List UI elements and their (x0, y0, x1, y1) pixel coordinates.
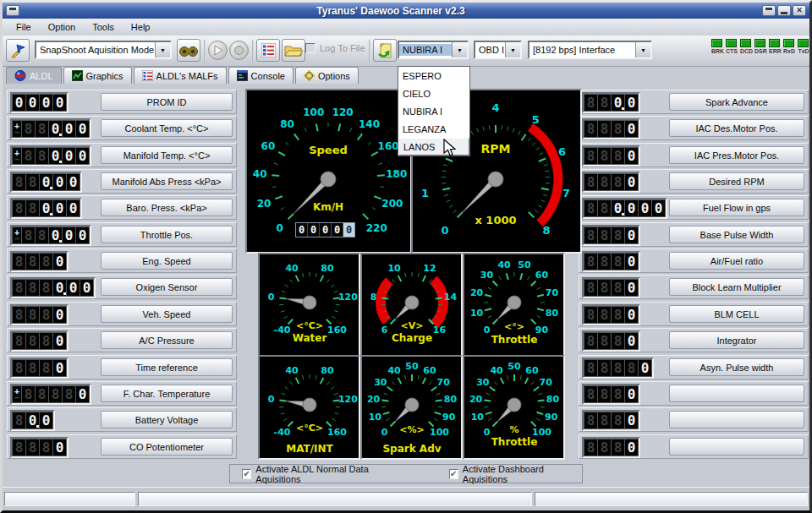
digit-off: 8 (584, 360, 597, 376)
malf-list-button[interactable] (256, 39, 280, 62)
tab-graphics[interactable]: Graphics (63, 67, 132, 84)
led-indicator (711, 39, 722, 47)
connect-button[interactable] (6, 39, 30, 62)
log-to-file-checkbox[interactable]: ✔ Log To File (305, 43, 365, 53)
param-label-button[interactable]: CO Potentiometer (101, 438, 233, 456)
digit-off: 8 (22, 148, 35, 164)
digit-off: 8 (612, 121, 624, 137)
param-label-button[interactable]: Block Learn Multiplier (669, 278, 804, 296)
tab-options[interactable]: Options (295, 67, 359, 84)
param-label-button[interactable]: Baro. Press. <kPa> (101, 199, 233, 216)
svg-text:50: 50 (508, 361, 521, 372)
digit-off: 8 (612, 386, 624, 402)
seven-segment-display: +−88000 (10, 118, 91, 139)
param-label-button[interactable]: Spark Advance (669, 93, 804, 111)
digit-on: 0 (76, 227, 89, 243)
digit-on: 0 (26, 95, 39, 111)
digit-off: 8 (13, 174, 25, 190)
param-label-button[interactable]: Manifold Abs Press <kPa> (101, 172, 233, 190)
param-label-button[interactable]: Eng. Speed (101, 252, 233, 270)
minimize-icon (781, 12, 787, 14)
digit-off: 8 (598, 360, 611, 376)
param-label-button[interactable] (669, 411, 804, 428)
chevron-down-icon[interactable]: ▼ (635, 42, 650, 57)
digit-off: 8 (598, 227, 611, 243)
param-label-button[interactable]: Integrator (669, 331, 804, 349)
svg-text:120: 120 (338, 292, 358, 303)
seven-segment-display: 8880 (10, 437, 69, 458)
param-label-button[interactable]: BLM CELL (669, 305, 804, 323)
car-combo[interactable]: NUBIRA I ▼ (398, 41, 469, 59)
car-option-espero[interactable]: ESPERO (398, 67, 469, 85)
menu-option[interactable]: Option (40, 19, 84, 35)
svg-text:40: 40 (497, 259, 511, 270)
titlebar[interactable]: Tyranus' Daewoo Scanner v2.3 ✕ (3, 3, 809, 19)
minimize-button[interactable] (777, 5, 791, 16)
svg-text:-40: -40 (274, 427, 291, 438)
parameter-row: 8880 (579, 407, 809, 432)
play-button[interactable] (208, 41, 228, 60)
stop-button[interactable] (229, 41, 249, 60)
svg-text:<V>: <V> (401, 320, 424, 331)
odometer-digit: 0 (308, 223, 320, 237)
menu-help[interactable]: Help (123, 19, 159, 35)
close-button[interactable]: ✕ (793, 5, 806, 16)
param-label-button[interactable]: Base Pulse Width (669, 226, 804, 243)
obd-combo[interactable]: OBD I ▼ (474, 41, 522, 59)
param-label-button[interactable]: A/C Pressure (101, 331, 233, 349)
param-label-button[interactable]: IAC Pres.Motor Pos. (669, 146, 804, 164)
system-menu-button[interactable] (6, 5, 19, 16)
menu-file[interactable]: File (8, 19, 40, 35)
param-label-button[interactable]: Veh. Speed (101, 305, 233, 323)
car-option-lanos[interactable]: LANOS (398, 138, 469, 156)
param-label-button[interactable]: IAC Des.Motor Pos. (669, 119, 804, 137)
digit-off: 8 (40, 439, 52, 456)
param-label-button[interactable]: PROM ID (101, 93, 233, 111)
digit-off: 8 (36, 227, 48, 243)
param-label-button[interactable]: Air/Fuel ratio (669, 252, 804, 270)
svg-text:0: 0 (441, 224, 448, 237)
car-option-nubira-i[interactable]: NUBIRA I (398, 102, 469, 120)
seven-segment-display: 8880 (582, 384, 640, 405)
decimal-point (63, 292, 66, 295)
activate-aldl-checkbox[interactable]: ✔ Activate ALDL Normal Data Aquisitions (242, 464, 405, 484)
param-label-button[interactable] (669, 438, 804, 456)
param-label-button[interactable]: Throttle Pos. (101, 226, 233, 243)
tab-aldl[interactable]: ALDL (6, 67, 62, 84)
param-label-button[interactable]: F. Char. Temperature (101, 385, 233, 402)
search-button[interactable] (177, 39, 200, 62)
statusbar (3, 487, 809, 510)
param-label-button[interactable]: Oxigen Sensor (101, 278, 233, 296)
odometer-digit: 0 (332, 223, 343, 237)
digit-off: 8 (612, 227, 624, 243)
param-label-button[interactable]: Coolant Temp. <°C> (101, 119, 233, 137)
export-button[interactable] (373, 39, 397, 62)
digit-off: 8 (584, 280, 597, 296)
chevron-down-icon[interactable]: ▼ (505, 42, 520, 57)
tab-aldl-s-malfs[interactable]: ALDL's MALFs (134, 67, 227, 84)
open-file-button[interactable] (282, 39, 305, 62)
car-option-cielo[interactable]: CIELO (398, 85, 469, 102)
svg-text:MAT/INT: MAT/INT (286, 443, 333, 455)
svg-text:<°C>: <°C> (296, 320, 323, 331)
tab-console[interactable]: Console (228, 67, 294, 84)
param-label-button[interactable]: Asyn. Pulse width (669, 358, 804, 376)
shade-button[interactable] (762, 5, 776, 16)
param-label-button[interactable]: Time reference (101, 358, 233, 376)
chevron-down-icon[interactable]: ▼ (452, 42, 467, 57)
interface-combo-value: [8192 bps] Interface (529, 44, 635, 56)
param-label-button[interactable]: Desired RPM (669, 172, 804, 190)
activate-dashboard-checkbox[interactable]: ✔ Activate Dashboard Aquisitions (449, 464, 583, 484)
interface-combo[interactable]: [8192 bps] Interface ▼ (528, 41, 652, 59)
decimal-point (50, 187, 52, 189)
param-label-button[interactable]: Fuel Flow in gps (669, 199, 804, 216)
menu-tools[interactable]: Tools (84, 19, 123, 35)
mode-combo[interactable]: SnapShoot Aquisition Mode ▼ (35, 41, 172, 59)
param-label-button[interactable]: Battery Voltage (101, 411, 233, 428)
chevron-down-icon[interactable]: ▼ (155, 42, 170, 57)
car-option-leganza[interactable]: LEGANZA (398, 120, 469, 138)
param-label-button[interactable]: Manifold Temp. <°C> (101, 146, 233, 164)
close-icon: ✕ (796, 7, 803, 14)
svg-text:12: 12 (423, 263, 436, 274)
param-label-button[interactable] (669, 385, 804, 402)
